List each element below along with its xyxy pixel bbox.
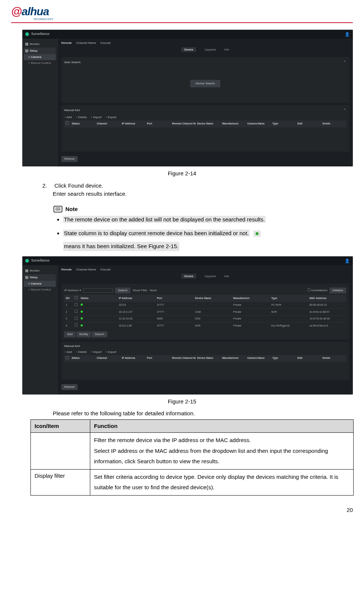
col-port: Port [146,355,171,362]
sidebar-sub-camera[interactable]: > Camera [24,281,56,287]
cell-func-1: Filter the remote device via the IP addr… [90,433,354,470]
app-icon [25,32,29,36]
initialize-button[interactable]: Initialize [329,288,346,293]
tab-encode[interactable]: Encode [101,41,111,45]
figure-caption-2-15: Figure 2-15 [11,397,353,406]
col-sn: SN [64,295,73,302]
tab-remote[interactable]: Remote [61,268,72,271]
device-search-button[interactable]: Device Search [190,80,220,87]
import-button[interactable]: Import [91,350,102,354]
table-row [64,127,346,149]
delete-button[interactable]: Delete [76,350,87,354]
info-table: Icon/Item Function Filter the remote dev… [30,419,354,496]
collapse-icon[interactable]: ⌃ [343,107,346,113]
select-all-checkbox[interactable] [66,121,69,124]
note-text-2a: State column is to display current remot… [63,230,250,237]
col-device-name: Device Name [196,355,221,362]
tab-info[interactable]: Info [224,275,229,278]
tab-upgrade[interactable]: Upgrade [205,275,216,278]
tab-encode[interactable]: Encode [101,268,111,271]
manual-add-label: Manual Add [64,344,346,348]
tab-info[interactable]: Info [224,48,229,51]
col-edit: Edit [296,120,321,127]
app-icon [25,259,29,263]
col-edit: Edit [296,355,321,362]
refresh-button[interactable]: Refresh [61,384,78,390]
filter-input[interactable] [83,288,113,293]
col-ip: IP Address [120,355,146,362]
sidebar-item-monitor[interactable]: Monitor [24,267,56,274]
tab-remote[interactable]: Remote [61,41,72,45]
delete-button[interactable]: Delete [76,115,87,120]
filter-none[interactable]: None [150,288,157,293]
user-icon: 👤 [345,258,350,264]
col-camera-name: Camera Name [246,355,271,362]
cell-func-2: Set filter criteria according to device … [90,469,354,495]
note-item-1: The remote device on the added list will… [63,215,353,224]
table-row: Filter the remote device via the IP addr… [31,433,354,470]
tab-device[interactable]: Device [181,47,196,52]
row-checkbox[interactable] [75,317,78,320]
row-checkbox[interactable] [75,310,78,313]
note-label: Note [65,205,78,214]
add-button[interactable]: Add [64,331,75,337]
sidebar-item-setup[interactable]: Setup [24,48,56,54]
table-row[interactable]: 312.22.24.935050DSSPrivate14:07:f6:2b:d0… [64,315,346,322]
sidebar-sub-record[interactable]: > Record Control [24,287,56,293]
row-checkbox[interactable] [75,324,78,327]
sidebar-item-monitor[interactable]: Monitor [24,41,56,48]
uninit-checkbox[interactable] [308,288,311,291]
sidebar-label: Monitor [30,269,40,273]
row-checkbox[interactable] [75,303,78,306]
select-all-checkbox[interactable] [66,356,69,359]
table-row[interactable]: 210.15.6.127377771430PrivateNVR3c:ef:8c:… [64,309,346,316]
search-button[interactable]: Search [115,288,130,293]
col-device-name: Device Name [194,295,232,302]
table-intro-text: Please refer to the following table for … [53,409,353,418]
export-button[interactable]: Export [105,350,116,354]
header-divider [11,22,353,23]
table-row[interactable]: 410.0.0.1:8037777NVRPrivateEco NVR(gen3)… [64,322,346,329]
filter-dropdown[interactable]: IP Address ▾ [64,288,81,293]
toolbar: Add Delete Import Export [64,114,346,120]
import-button[interactable]: Import [91,115,102,120]
step-2: 2. Click Found device. [42,182,353,190]
sidebar-sub-camera[interactable]: > Camera [24,54,56,60]
uninitialized-label: Uninitialized [311,289,327,292]
table-row: Display filter Set filter criteria accor… [31,469,354,495]
add-button[interactable]: Add [64,115,72,120]
sidebar-label: Monitor [30,42,40,46]
col-status: Status [70,120,95,127]
window-title: Surveillance [31,258,49,263]
table-row[interactable]: 110.0.037777-PrivatePC-NVR00:00:40:63:13 [64,302,346,309]
screenshot-figure-2-15: Surveillance 👤 Monitor Setup > Camera > … [22,256,353,395]
sidebar-label: Setup [30,49,38,53]
tab-device[interactable]: Device [181,274,196,279]
auto-search-label: Auto Search [64,60,81,65]
status-dot-icon [81,304,83,306]
table-row [64,362,346,377]
collapse-icon[interactable]: ⌃ [343,59,346,65]
top-tabs: Remote Channel Name Encode [61,41,349,45]
logo-text: alhua [22,5,49,17]
col-port: Port [146,120,171,127]
col-header-function: Function [90,419,354,433]
select-all-checkbox[interactable] [75,296,78,299]
modify-button[interactable]: Modify [76,331,91,337]
center-tabs: Device Upgrade Info [61,47,349,55]
refresh-button[interactable]: Refresh [61,156,78,162]
export-button[interactable]: Export [105,115,116,120]
sidebar-sub-record[interactable]: > Record Control [24,60,56,66]
tab-channel-name[interactable]: Channel Name [76,41,96,45]
col-remote-ch: Remote Channel No. [170,120,196,127]
top-tabs: Remote Channel Name Encode [61,267,349,272]
col-type: Type [271,355,296,362]
tab-upgrade[interactable]: Upgrade [205,48,216,51]
screenshot-figure-2-14: Surveillance 👤 Monitor Setup > Camera > … [22,30,353,167]
sidebar-item-setup[interactable]: Setup [24,274,56,281]
col-remote-ch: Remote Channel No. [170,355,196,362]
search-button-2[interactable]: Search [92,331,107,337]
add-button[interactable]: Add [64,350,72,354]
tab-channel-name[interactable]: Channel Name [76,268,96,271]
col-type: Type [271,120,296,127]
